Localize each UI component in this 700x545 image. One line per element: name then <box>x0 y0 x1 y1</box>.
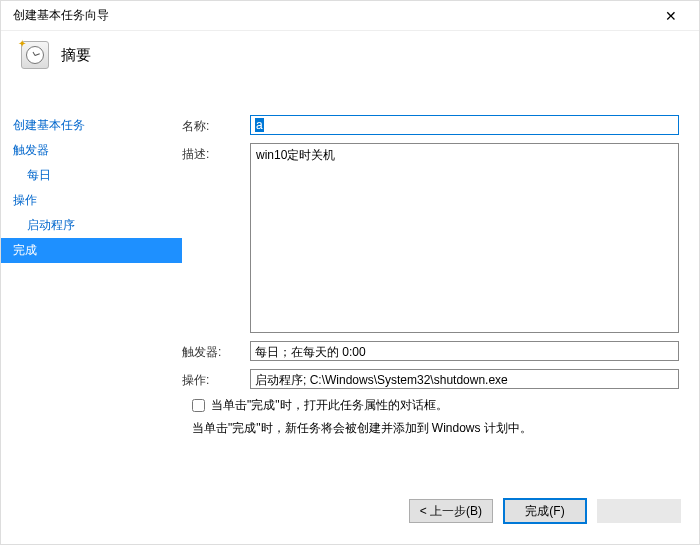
sidebar-item-4[interactable]: 启动程序 <box>1 213 182 238</box>
action-value[interactable]: 启动程序; C:\Windows\System32\shutdown.exe <box>250 369 679 389</box>
sidebar-item-2[interactable]: 每日 <box>1 163 182 188</box>
sidebar-item-3[interactable]: 操作 <box>1 188 182 213</box>
titlebar: 创建基本任务向导 ✕ <box>1 1 699 31</box>
main-panel: 名称: a 描述: win10定时关机 触发器: 每日；在每天的 0:00 操作… <box>182 83 699 488</box>
footer: < 上一步(B) 完成(F) <box>1 488 699 536</box>
info-text: 当单击"完成"时，新任务将会被创建并添加到 Windows 计划中。 <box>192 420 679 437</box>
trigger-value[interactable]: 每日；在每天的 0:00 <box>250 341 679 361</box>
close-button[interactable]: ✕ <box>651 2 691 30</box>
name-input[interactable]: a <box>250 115 679 135</box>
close-icon: ✕ <box>665 8 677 24</box>
wizard-header: ✦ 摘要 <box>1 31 699 83</box>
back-button[interactable]: < 上一步(B) <box>409 499 493 523</box>
sidebar-item-5[interactable]: 完成 <box>1 238 182 263</box>
page-title: 摘要 <box>61 46 91 65</box>
window-title: 创建基本任务向导 <box>9 7 109 24</box>
name-label: 名称: <box>182 115 240 135</box>
description-input[interactable]: win10定时关机 <box>250 143 679 333</box>
sidebar-item-1[interactable]: 触发器 <box>1 138 182 163</box>
trigger-label: 触发器: <box>182 341 240 361</box>
sidebar-item-0[interactable]: 创建基本任务 <box>1 113 182 138</box>
content: 创建基本任务触发器每日操作启动程序完成 名称: a 描述: win10定时关机 … <box>1 83 699 488</box>
description-label: 描述: <box>182 143 240 163</box>
sidebar: 创建基本任务触发器每日操作启动程序完成 <box>1 83 182 488</box>
open-properties-checkbox[interactable] <box>192 399 205 412</box>
finish-button[interactable]: 完成(F) <box>503 498 587 524</box>
footer-spacer <box>597 499 681 523</box>
scheduler-icon: ✦ <box>21 41 49 69</box>
action-label: 操作: <box>182 369 240 389</box>
open-properties-label: 当单击"完成"时，打开此任务属性的对话框。 <box>211 397 448 414</box>
